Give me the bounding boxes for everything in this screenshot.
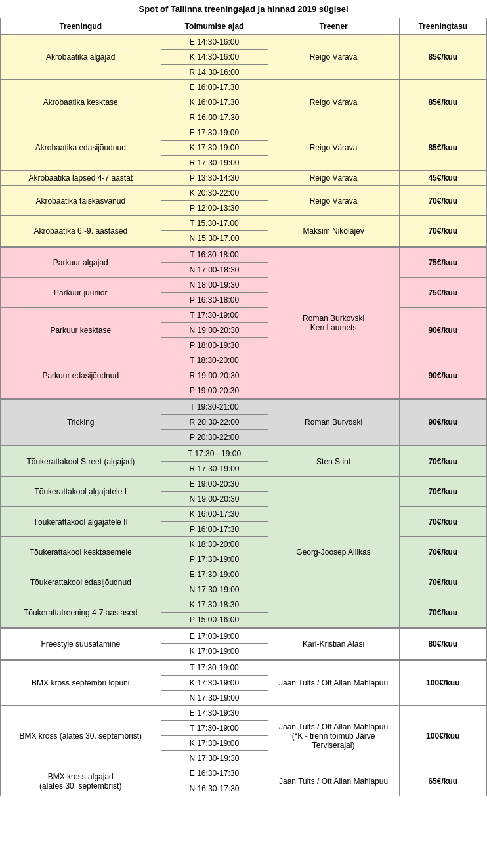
training-name: Akrobaatika 6.-9. aastased: [1, 216, 161, 247]
table-row: Tõukerattakool Street (algajad)T 17:30 -…: [1, 446, 487, 462]
training-name: BMX kross (alates 30. septembrist): [1, 706, 161, 766]
table-row: BMX kross (alates 30. septembrist)E 17:3…: [1, 706, 487, 721]
training-name: Akrobaatika kesktase: [1, 80, 161, 125]
training-name: Akrobaatika täiskasvanud: [1, 186, 161, 216]
header-price: Treeningtasu: [399, 18, 486, 35]
trainer-name: Roman Burvoski: [268, 399, 399, 446]
training-name: Parkuur edasijõudnud: [1, 353, 161, 399]
table-row: Parkuur edasijõudnudT 18:30-20:0090€/kuu: [1, 353, 487, 368]
trainer-name: Sten Stint: [268, 446, 399, 477]
trainer-name: Reigo Värava: [268, 186, 399, 216]
table-row: BMX kross algajad(alates 30. septembrist…: [1, 766, 487, 781]
training-name: Parkuur algajad: [1, 247, 161, 278]
trainer-name: Reigo Värava: [268, 80, 399, 125]
table-row: Tõukerattatreening 4-7 aastasedK 17:30-1…: [1, 597, 487, 613]
training-name: Tricking: [1, 399, 161, 446]
training-name: Freestyle suusatamine: [1, 628, 161, 660]
training-name: BMX kross algajad(alates 30. septembrist…: [1, 766, 161, 796]
table-row: Akrobaatika kesktaseE 16:00-17.30Reigo V…: [1, 80, 487, 95]
table-row: Akrobaatika 6.-9. aastasedT 15.30-17.00M…: [1, 216, 487, 231]
trainer-name: Karl-Kristian Alasi: [268, 628, 399, 660]
table-row: Parkuur algajadT 16:30-18:00Roman Burkov…: [1, 247, 487, 263]
trainer-name: Reigo Värava: [268, 125, 399, 171]
trainer-name: Georg-Joosep Allikas: [268, 477, 399, 628]
training-name: Tõukerattakool Street (algajad): [1, 446, 161, 477]
table-row: Akrobaatika edasijõudnudE 17:30-19:00Rei…: [1, 125, 487, 141]
page-title: Spot of Tallinna treeningajad ja hinnad …: [0, 0, 487, 18]
table-row: TrickingT 19:30-21:00Roman Burvoski90€/k…: [1, 399, 487, 415]
training-name: Parkuur kesktase: [1, 308, 161, 353]
trainer-name: Maksim Nikolajev: [268, 216, 399, 247]
training-name: Parkuur juunior: [1, 278, 161, 308]
table-row: Akrobaatika algajadE 14:30-16:00Reigo Vä…: [1, 35, 487, 50]
table-row: Akrobaatika täiskasvanudK 20:30-22:00Rei…: [1, 186, 487, 201]
table-row: Tõukerattakool algajatele IIK 16:00-17:3…: [1, 507, 487, 522]
training-name: Tõukerattakool algajatele II: [1, 507, 161, 537]
training-name: BMX kross septembri lõpuni: [1, 660, 161, 706]
trainer-name: Jaan Tults / Ott Allan Mahlapuu: [268, 660, 399, 706]
table-row: Parkuur juuniorN 18:00-19:3075€/kuu: [1, 278, 487, 293]
header-trainings: Treeningud: [1, 18, 161, 35]
training-name: Akrobaatika lapsed 4-7 aastat: [1, 171, 161, 186]
training-name: Tõukerattakool kesktasemele: [1, 537, 161, 567]
price: 85€/kuu: [399, 35, 486, 80]
table-row: Tõukerattakool edasijõudnudE 17:30-19:00…: [1, 567, 487, 582]
trainer-name: Reigo Värava: [268, 171, 399, 186]
trainer-name: Jaan Tults / Ott Allan Mahlapuu(*K - tre…: [268, 706, 399, 766]
table-row: BMX kross septembri lõpuniT 17:30-19:00J…: [1, 660, 487, 676]
trainer-name: Jaan Tults / Ott Allan Mahlapuu: [268, 766, 399, 796]
table-row: Freestyle suusatamineE 17:00-19:00Karl-K…: [1, 628, 487, 644]
trainer-name: Roman BurkovskiKen Laumets: [268, 247, 399, 399]
schedule-table: Treeningud Toimumise ajad Treener Treeni…: [0, 18, 487, 796]
table-row: Akrobaatika lapsed 4-7 aastatP 13:30-14:…: [1, 171, 487, 186]
training-name: Akrobaatika algajad: [1, 35, 161, 80]
training-name: Akrobaatika edasijõudnud: [1, 125, 161, 171]
training-name: Tõukerattakool edasijõudnud: [1, 567, 161, 597]
header-trainer: Treener: [268, 18, 399, 35]
training-name: Tõukerattatreening 4-7 aastased: [1, 597, 161, 628]
table-row: Parkuur kesktaseT 17:30-19:0090€/kuu: [1, 308, 487, 323]
training-name: Tõukerattakool algajatele I: [1, 477, 161, 507]
table-row: Tõukerattakool kesktasemeleK 18:30-20:00…: [1, 537, 487, 552]
table-row: Tõukerattakool algajatele IE 19:00-20:30…: [1, 477, 487, 492]
trainer-name: Reigo Värava: [268, 35, 399, 80]
header-times: Toimumise ajad: [161, 18, 268, 35]
